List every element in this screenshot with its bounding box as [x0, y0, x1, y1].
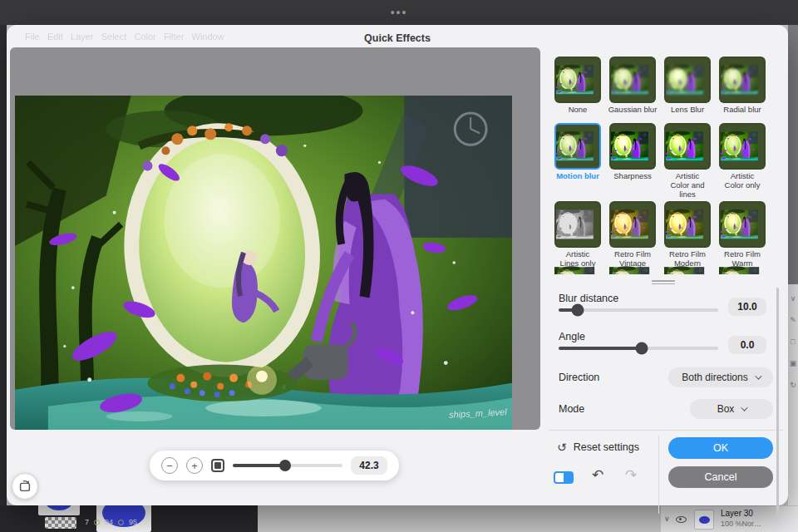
angle-label: Angle	[559, 331, 585, 342]
layer-visibility-eye-icon[interactable]	[676, 516, 687, 523]
chevron-down-icon	[741, 404, 748, 411]
effects-grid-partial-row	[552, 259, 775, 274]
blur-distance-label: Blur distance	[559, 293, 618, 304]
zoom-out-button[interactable]: −	[161, 457, 178, 474]
pencil-icon[interactable]: ✎	[790, 316, 796, 324]
layer-number: 94	[105, 518, 113, 526]
preview-image[interactable]	[15, 96, 512, 430]
effect-lens-blur[interactable]: Lens Blur	[662, 57, 713, 121]
fill-square-icon[interactable]: ▣	[790, 359, 797, 367]
layer-name[interactable]: Layer 30	[721, 509, 753, 518]
effect-gaussian-blur[interactable]: Gaussian blur	[607, 57, 658, 121]
mode-dropdown[interactable]: Box	[690, 399, 773, 419]
direction-label: Direction	[559, 372, 599, 383]
effect-artistic-color-and-lines[interactable]: Artistic Color and lines	[662, 123, 713, 200]
grid-resize-handle[interactable]	[652, 278, 675, 285]
direction-dropdown-value: Both directions	[682, 372, 747, 383]
angle-value[interactable]: 0.0	[728, 336, 766, 354]
square-icon[interactable]: □	[791, 337, 795, 346]
mode-dropdown-value: Box	[717, 403, 735, 415]
fit-to-screen-button[interactable]	[211, 459, 224, 472]
effect-motion-blur[interactable]: Motion blur	[552, 123, 603, 200]
zoom-slider-knob[interactable]	[279, 460, 291, 471]
preview-area: ships_m_level	[10, 47, 540, 430]
effect-partial[interactable]	[662, 259, 713, 274]
effect-radial-blur[interactable]: Radial blur	[717, 57, 768, 121]
footer-vertical-divider	[658, 436, 659, 514]
effect-retro-film-modern[interactable]: Retro Film Modern	[662, 201, 713, 268]
quick-effects-dialog: File Edit Layer Select Color Filter Wind…	[7, 25, 788, 505]
zoom-in-button[interactable]: +	[186, 457, 203, 474]
effect-artistic-color-only[interactable]: Artistic Color only	[717, 123, 768, 200]
layer-dot-icon	[94, 520, 100, 525]
transparency-thumbnail[interactable]	[45, 517, 76, 529]
undo-button[interactable]: ↶	[592, 466, 603, 484]
mode-label: Mode	[559, 403, 584, 415]
dialog-title: Quick Effects	[7, 32, 788, 44]
background-canvas-strip	[258, 505, 661, 532]
reset-settings-button[interactable]: ↺ Reset settings	[557, 441, 639, 454]
reset-icon: ↺	[557, 441, 567, 454]
background-bottom-strip: 7 94 95 ∨ Layer 30 100 %Nor…	[0, 505, 798, 532]
preview-compare-toggle[interactable]	[554, 471, 574, 484]
layer-thumbnail[interactable]	[38, 505, 80, 515]
layer-blend-mode[interactable]: 100 %Nor…	[721, 520, 761, 528]
angle-slider-knob[interactable]	[635, 342, 648, 355]
effect-sharpness[interactable]: Sharpness	[607, 123, 658, 200]
blur-distance-slider-knob[interactable]	[572, 304, 584, 317]
background-right-strip	[788, 25, 798, 284]
effect-retro-film-warm[interactable]: Retro Film Warm	[717, 201, 768, 268]
blur-distance-slider[interactable]	[559, 308, 718, 312]
layer-number: 7	[85, 518, 89, 526]
background-left-strip	[0, 25, 7, 532]
effect-partial[interactable]	[607, 259, 658, 274]
zoom-toolbar: − + 42.3	[150, 451, 399, 480]
direction-dropdown[interactable]: Both directions	[668, 367, 773, 387]
layers-panel-dark: 7 94 95	[0, 505, 258, 532]
flip-view-button[interactable]	[12, 473, 38, 500]
effect-retro-film-vintage[interactable]: Retro Film Vintage	[607, 201, 658, 268]
footer-divider	[549, 430, 783, 431]
zoom-value[interactable]: 42.3	[351, 456, 387, 475]
window-handle-dots[interactable]: •••	[391, 6, 408, 19]
redo-button[interactable]: ↷	[625, 466, 637, 484]
cancel-button[interactable]: Cancel	[668, 466, 773, 488]
ok-button[interactable]: OK	[668, 437, 773, 459]
reset-settings-label: Reset settings	[574, 441, 639, 453]
chevron-down-icon	[755, 372, 761, 379]
effect-partial[interactable]	[717, 259, 768, 274]
layer-dot-icon	[118, 520, 124, 525]
angle-slider[interactable]	[559, 347, 718, 350]
chevron-down-icon[interactable]: ∨	[791, 294, 796, 303]
effect-partial[interactable]	[552, 259, 603, 274]
zoom-slider[interactable]	[233, 464, 342, 467]
blur-distance-value[interactable]: 10.0	[728, 298, 766, 316]
layer-thumbnail[interactable]	[694, 510, 714, 530]
settings-scrollbar[interactable]	[776, 288, 779, 519]
effect-none[interactable]: None	[552, 57, 603, 121]
rotate-icon[interactable]: ↻	[790, 381, 796, 389]
side-toolbar: ∨ ✎ □ ▣ ↻	[788, 284, 798, 505]
system-titlebar: •••	[0, 0, 798, 25]
flip-view-icon	[17, 479, 32, 494]
effect-artistic-lines-only[interactable]: Artistic Lines only	[552, 201, 603, 268]
layer-number: 95	[129, 518, 137, 526]
layer-values[interactable]: 7 94 95	[85, 518, 137, 526]
effects-grid: None Gaussian blur Lens Blur Radial blur…	[552, 57, 775, 268]
chevron-down-icon[interactable]: ∨	[664, 515, 670, 523]
